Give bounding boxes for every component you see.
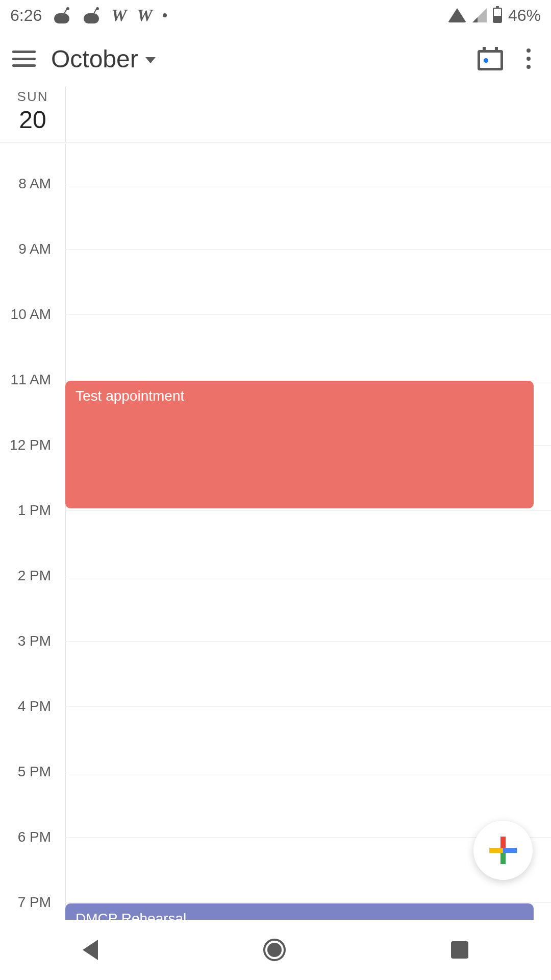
hour-label: 5 PM [18,764,51,780]
status-left: 6:26 W W [10,6,167,25]
wifi-icon [448,8,466,22]
day-number: 20 [0,106,65,134]
battery-icon [493,8,502,23]
status-right: 46% [448,6,541,25]
menu-button[interactable] [12,51,36,67]
notification-dot-icon [163,13,167,17]
hour-label: 12 PM [10,437,51,453]
day-header-cell[interactable]: SUN 20 [0,89,65,134]
status-time: 6:26 [10,6,42,25]
day-header: SUN 20 [0,87,551,142]
hour-gridline [65,380,551,380]
hour-gridline [65,772,551,772]
hour-gridline [65,902,551,903]
timeline-divider [65,144,66,920]
hour-label: 1 PM [18,502,51,519]
timeline-viewport[interactable]: 7 AM8 AM9 AM10 AM11 AM12 PM1 PM2 PM3 PM4… [0,144,551,920]
today-button[interactable] [478,47,503,70]
hour-label: 4 PM [18,698,51,715]
battery-percent: 46% [508,6,541,25]
hour-gridline [65,314,551,315]
month-picker[interactable]: October [51,45,156,73]
hour-label: 9 AM [18,241,51,257]
hour-gridline [65,641,551,642]
month-label: October [51,45,138,73]
hour-gridline [65,249,551,250]
reddit-icon [52,7,71,23]
android-status-bar: 6:26 W W 46% [0,0,551,31]
create-event-button[interactable] [473,821,533,880]
hour-gridline [65,576,551,576]
cell-signal-icon [472,8,487,22]
hour-gridline [65,510,551,511]
hour-label: 11 AM [11,372,51,388]
nav-back-button[interactable] [83,940,98,960]
chevron-down-icon [145,57,156,63]
app-bar: October [0,31,551,87]
hour-gridline [65,706,551,707]
nav-home-button[interactable] [263,939,286,961]
day-of-week: SUN [0,89,65,105]
calendar-event[interactable]: DMCP Rehearsal [65,903,534,920]
nav-recent-button[interactable] [451,941,468,959]
hour-label: 2 PM [18,568,51,584]
hour-label: 10 AM [11,306,51,323]
plus-icon [489,837,517,864]
overflow-menu-button[interactable] [518,47,539,70]
reddit-icon [82,7,101,23]
android-nav-bar [0,920,551,980]
hour-gridline [65,184,551,184]
hour-label: 6 PM [18,829,51,845]
hour-label: 8 AM [18,176,51,192]
wattpad-icon: W [111,6,127,25]
wattpad-icon: W [137,6,153,25]
calendar-event[interactable]: Test appointment [65,381,534,508]
hour-label: 3 PM [18,633,51,649]
hour-label: 7 PM [18,894,51,911]
